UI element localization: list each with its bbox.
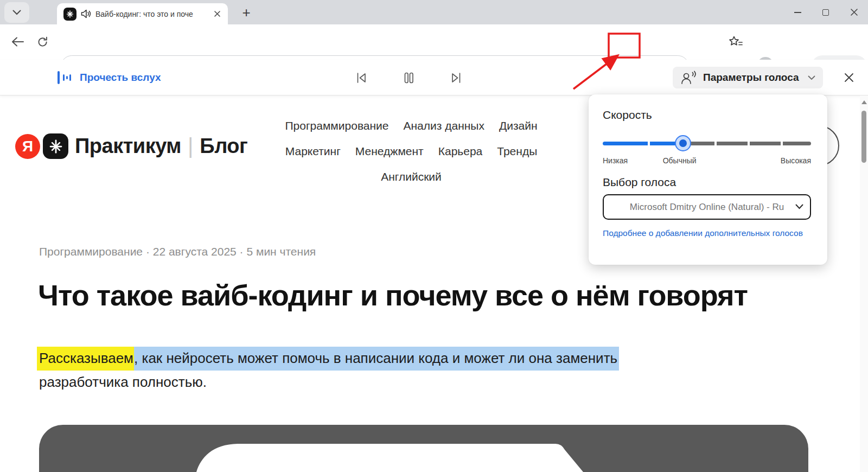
previous-paragraph-button[interactable]	[352, 68, 370, 87]
article-title: Что такое вайб-кодинг и почему все о нём…	[38, 278, 841, 312]
voice-options-label: Параметры голоса	[703, 72, 799, 84]
scrollbar-up-icon[interactable]	[861, 100, 867, 104]
logo-section: Блог	[200, 135, 247, 158]
nav-item-trends[interactable]: Тренды	[497, 138, 537, 164]
new-tab-button[interactable]: +	[238, 4, 255, 21]
logo-name: Практикум	[75, 135, 181, 158]
close-read-aloud-button[interactable]	[840, 68, 858, 87]
scrollbar-thumb[interactable]	[861, 111, 866, 163]
tab-title: Вайб-кодинг: что это и поче	[95, 10, 208, 18]
pause-button[interactable]	[399, 68, 418, 87]
practicum-blog-logo[interactable]: Я Практикум | Блог	[15, 133, 247, 159]
illustration-shape	[39, 425, 808, 472]
favorites-hub-button[interactable]	[726, 32, 745, 52]
tab-bar: Вайб-кодинг: что это и поче +	[0, 0, 868, 24]
maximize-icon	[822, 9, 829, 16]
tab-close-icon[interactable]	[212, 9, 222, 20]
next-paragraph-button[interactable]	[447, 68, 465, 87]
browser-toolbar: https://practicum.yandex.ru/blog/chto-ta…	[0, 24, 868, 60]
article-meta: Программирование · 22 августа 2025 · 5 м…	[39, 245, 316, 258]
speed-slider-track	[603, 142, 811, 145]
article-lead: Рассказываем, как нейросеть может помочь…	[37, 346, 829, 394]
tab-search-button[interactable]	[4, 2, 29, 23]
chevron-down-icon	[12, 10, 21, 15]
read-aloud-status[interactable]: Прочесть вслух	[58, 60, 161, 95]
voice-person-icon	[680, 71, 697, 85]
speed-high-label: Высокая	[781, 156, 811, 165]
speed-normal-label: Обычный	[663, 156, 697, 165]
lead-rest: разработчика полностью.	[39, 374, 207, 390]
nav-item-management[interactable]: Менеджмент	[355, 138, 424, 164]
practicum-favicon-icon	[63, 8, 76, 21]
voice-options-panel: Скорость Низкая Обычный Высокая Выбор го…	[589, 94, 827, 265]
nav-row: Маркетинг Менеджмент Карьера Тренды	[270, 138, 552, 164]
speed-title: Скорость	[603, 109, 811, 122]
back-button[interactable]	[8, 32, 27, 52]
nav-item-data-analysis[interactable]: Анализ данных	[404, 113, 484, 138]
nav-item-english[interactable]: Английский	[381, 164, 442, 189]
close-window-button[interactable]	[840, 0, 868, 24]
minimize-button[interactable]	[783, 0, 812, 24]
yandex-logo-icon: Я	[15, 134, 40, 159]
back-arrow-icon	[11, 36, 24, 47]
lead-word-reading-highlight: Рассказываем	[37, 347, 134, 371]
speed-slider-labels: Низкая Обычный Высокая	[603, 156, 811, 166]
more-voices-link[interactable]: Подробнее о добавлении дополнительных го…	[603, 227, 803, 239]
nav-item-programming[interactable]: Программирование	[285, 113, 388, 138]
blog-navigation: Программирование Анализ данных Дизайн Ма…	[270, 113, 552, 189]
playback-controls	[352, 60, 465, 95]
maximize-button[interactable]	[812, 0, 840, 24]
article-illustration	[39, 425, 808, 472]
voice-select-dropdown[interactable]: Microsoft Dmitry Online (Natural) - Ru	[603, 194, 811, 220]
tab-audio-playing-icon	[81, 9, 91, 18]
page-scrollbar[interactable]	[860, 95, 868, 472]
read-aloud-label: Прочесть вслух	[80, 72, 161, 84]
minimize-icon	[794, 12, 801, 13]
speed-slider-handle[interactable]	[675, 135, 691, 151]
voice-selected-value: Microsoft Dmitry Online (Natural) - Ru	[630, 202, 784, 213]
voice-options-button[interactable]: Параметры голоса	[673, 67, 823, 88]
pause-icon	[401, 71, 416, 85]
refresh-icon	[37, 36, 48, 48]
voice-choice-title: Выбор голоса	[603, 176, 811, 189]
lead-sentence-reading-highlight: , как нейросеть может помочь в написании…	[134, 347, 619, 371]
chevron-down-icon	[808, 75, 815, 80]
nav-row: Английский	[270, 164, 552, 189]
speed-slider[interactable]	[603, 136, 811, 151]
read-aloud-waveform-icon	[58, 71, 71, 84]
read-aloud-bar: Прочесть вслух Параметры голоса	[0, 60, 868, 95]
close-icon	[844, 73, 854, 82]
nav-item-design[interactable]: Дизайн	[499, 113, 538, 138]
browser-window: Вайб-кодинг: что это и поче + https://pr…	[0, 0, 868, 472]
nav-row: Программирование Анализ данных Дизайн	[270, 113, 552, 138]
speed-low-label: Низкая	[603, 156, 628, 165]
practicum-star-icon	[43, 133, 68, 159]
refresh-button[interactable]	[33, 32, 52, 52]
browser-tab[interactable]: Вайб-кодинг: что это и поче	[57, 3, 228, 24]
next-icon	[449, 71, 464, 85]
favorites-star-lines-icon	[729, 35, 743, 48]
close-icon	[851, 9, 858, 16]
nav-item-career[interactable]: Карьера	[438, 138, 483, 164]
window-controls	[783, 0, 868, 24]
logo-divider: |	[188, 134, 193, 158]
nav-item-marketing[interactable]: Маркетинг	[285, 138, 341, 164]
chevron-down-icon	[795, 204, 803, 209]
previous-icon	[354, 71, 368, 85]
